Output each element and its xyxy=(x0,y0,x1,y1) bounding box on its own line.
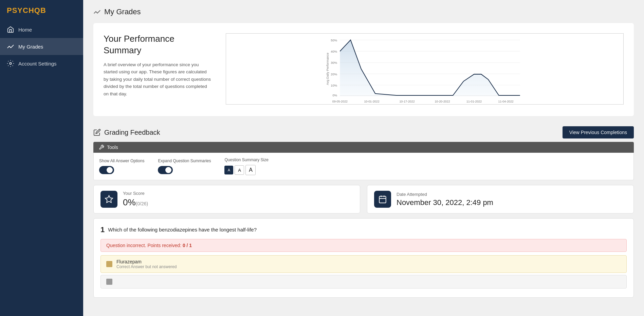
question-1-text: Which of the following benzodiazepines h… xyxy=(108,225,257,233)
sidebar-label-account-settings: Account Settings xyxy=(18,61,57,67)
score-info: Your Score 0%(0/26) xyxy=(123,191,148,208)
performance-description: A brief overview of your performance sin… xyxy=(104,61,212,98)
font-size-label: Question Summary Size xyxy=(224,157,268,162)
score-label: Your Score xyxy=(123,191,148,196)
main-content: My Grades Your Performance Summary A bri… xyxy=(83,0,644,316)
sidebar-item-account-settings[interactable]: Account Settings xyxy=(0,55,83,72)
performance-heading: Your Performance Summary xyxy=(104,33,212,56)
question-1-header: 1 Which of the following benzodiazepines… xyxy=(100,225,627,234)
answer-row-flurazepam: Flurazepam Correct Answer but not answer… xyxy=(100,255,627,273)
svg-text:40%: 40% xyxy=(331,50,337,53)
page-header: My Grades xyxy=(83,0,644,20)
answer-label-flurazepam: Flurazepam xyxy=(116,259,177,264)
show-all-answers-label: Show All Answer Options xyxy=(99,159,144,163)
question-1-number: 1 xyxy=(100,225,105,234)
settings-icon xyxy=(7,60,14,67)
edit-icon xyxy=(93,129,101,136)
home-icon xyxy=(7,26,14,33)
calendar-icon xyxy=(378,195,387,204)
answer-checkbox-gold xyxy=(106,261,112,267)
svg-text:10%: 10% xyxy=(331,84,337,87)
score-icon-box xyxy=(100,191,117,208)
grades-icon xyxy=(7,43,14,50)
chart-area-fill xyxy=(340,40,520,96)
tools-bar: Tools xyxy=(93,142,634,153)
logo-text-accent: QB xyxy=(34,6,46,15)
expand-summaries-toggle[interactable] xyxy=(158,166,173,174)
svg-text:20%: 20% xyxy=(331,73,337,76)
svg-text:10-01-2022: 10-01-2022 xyxy=(364,100,379,103)
question-1-status-banner: Question incorrect. Points received: 0 /… xyxy=(100,239,627,252)
performance-chart-svg: 50% 40% 30% 20% 10% 0% xyxy=(226,33,624,105)
score-value: 0%(0/26) xyxy=(123,197,148,208)
svg-text:50%: 50% xyxy=(331,39,337,42)
score-card: Your Score 0%(0/26) xyxy=(93,185,360,213)
svg-text:0%: 0% xyxy=(333,94,337,97)
score-date-row: Your Score 0%(0/26) Date Attempted Novem… xyxy=(93,185,634,213)
svg-point-0 xyxy=(10,62,12,64)
wrench-icon xyxy=(99,145,104,150)
grading-feedback-header: Grading Feedback View Previous Completio… xyxy=(83,119,644,142)
tools-label: Tools xyxy=(107,145,118,150)
answer-content-flurazepam: Flurazepam Correct Answer but not answer… xyxy=(116,259,177,269)
sidebar-label-my-grades: My Grades xyxy=(18,44,43,50)
svg-rect-22 xyxy=(379,196,386,203)
svg-text:11-01-2022: 11-01-2022 xyxy=(466,100,482,103)
date-info: Date Attempted November 30, 2022, 2:49 p… xyxy=(397,192,493,207)
svg-text:30%: 30% xyxy=(331,61,337,64)
show-all-answers-group: Show All Answer Options xyxy=(99,159,144,174)
question-1-section: 1 Which of the following benzodiazepines… xyxy=(93,218,634,298)
performance-summary-section: Your Performance Summary A brief overvie… xyxy=(93,23,634,116)
logo: PSYCHQB xyxy=(0,0,83,21)
performance-chart: 50% 40% 30% 20% 10% 0% xyxy=(226,33,624,106)
font-size-medium-button[interactable]: A xyxy=(235,165,244,175)
page-title: My Grades xyxy=(104,7,141,16)
date-value: November 30, 2022, 2:49 pm xyxy=(397,198,493,207)
view-previous-completions-button[interactable]: View Previous Completions xyxy=(563,126,634,138)
font-size-buttons: A A A xyxy=(224,165,268,175)
show-all-answers-toggle[interactable] xyxy=(99,166,114,174)
answer-sub-flurazepam: Correct Answer but not answered xyxy=(116,264,177,269)
svg-text:09-05-2022: 09-05-2022 xyxy=(332,100,348,103)
date-card: Date Attempted November 30, 2022, 2:49 p… xyxy=(367,185,634,213)
sidebar-nav: Home My Grades Account Settings xyxy=(0,21,83,72)
font-size-small-button[interactable]: A xyxy=(224,166,233,174)
tools-content: Show All Answer Options Expand Question … xyxy=(93,153,634,180)
page-header-icon xyxy=(93,8,101,16)
sidebar-item-home[interactable]: Home xyxy=(0,21,83,38)
sidebar-label-home: Home xyxy=(18,27,32,33)
svg-text:Avg Daily Performance: Avg Daily Performance xyxy=(326,53,329,85)
performance-text: Your Performance Summary A brief overvie… xyxy=(104,33,212,98)
sidebar: PSYCHQB Home My Grades Account Settings xyxy=(0,0,83,316)
svg-text:10-20-2022: 10-20-2022 xyxy=(435,100,450,103)
expand-summaries-label: Expand Question Summaries xyxy=(158,159,211,163)
date-icon-box xyxy=(374,191,391,208)
logo-text-plain: PSYCH xyxy=(7,6,34,15)
expand-summaries-group: Expand Question Summaries xyxy=(158,159,211,174)
question-1-points: 0 / 1 xyxy=(183,243,192,248)
svg-text:10-17-2022: 10-17-2022 xyxy=(399,100,415,103)
svg-text:11-04-2022: 11-04-2022 xyxy=(498,100,514,103)
answer-row-grey xyxy=(100,275,627,289)
date-label: Date Attempted xyxy=(397,192,493,197)
grading-feedback-label: Grading Feedback xyxy=(104,129,160,136)
svg-marker-21 xyxy=(105,196,113,203)
sidebar-item-my-grades[interactable]: My Grades xyxy=(0,38,83,55)
answer-checkbox-grey xyxy=(106,279,112,285)
font-size-group: Question Summary Size A A A xyxy=(224,157,268,175)
grading-feedback-title: Grading Feedback xyxy=(93,129,160,136)
star-icon xyxy=(105,195,113,204)
font-size-large-button[interactable]: A xyxy=(245,165,256,175)
